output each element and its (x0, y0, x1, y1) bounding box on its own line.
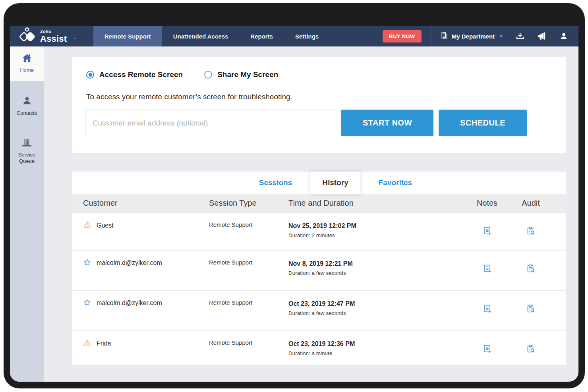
department-label: My Department (452, 33, 495, 40)
option-label: Share My Screen (217, 70, 278, 79)
option-label: Access Remote Screen (99, 70, 183, 79)
brand-company: Zoho (40, 29, 67, 34)
radio-unselected-icon[interactable] (204, 71, 212, 79)
session-duration: Duration: 2 minutes (288, 232, 465, 238)
column-header-customer: Customer (83, 199, 209, 208)
column-header-notes: Notes (465, 199, 509, 208)
customer-name: malcolm.d@zylker.com (97, 259, 162, 266)
sidebar-item-home[interactable]: Home (10, 46, 44, 81)
service-queue-icon (21, 137, 33, 149)
session-time: Oct 23, 2019 12:36 PM (288, 340, 465, 348)
department-selector[interactable]: My Department ▼ (440, 31, 503, 41)
favorite-star-icon[interactable] (83, 258, 91, 268)
start-session-panel: Access Remote Screen Share My Screen To … (72, 57, 566, 153)
customer-name: Frida (97, 340, 111, 347)
add-note-icon[interactable] (465, 331, 509, 353)
session-type: Remote Support (209, 213, 288, 228)
session-duration: Duration: a minute (288, 350, 465, 356)
buy-now-button[interactable]: BUY NOW (383, 30, 421, 42)
column-header-audit: Audit (509, 199, 553, 208)
table-row: Guest Remote Support Nov 25, 2019 12:02 … (72, 212, 566, 250)
warning-icon (83, 338, 91, 348)
session-duration: Duration: a few seconds (288, 270, 465, 276)
start-now-button[interactable]: START NOW (341, 110, 433, 136)
chevron-down-icon[interactable]: ⌄ (72, 35, 77, 41)
sessions-history-panel: Sessions History Favorites Customer Sess… (72, 172, 566, 365)
audit-icon[interactable] (509, 331, 553, 353)
session-duration: Duration: a few seconds (288, 310, 465, 316)
sidebar-item-label: Home (20, 67, 34, 73)
navbar-divider (431, 26, 431, 46)
sidebar-item-label: Contacts (17, 110, 37, 116)
radio-selected-icon[interactable] (86, 71, 94, 79)
option-share-my-screen[interactable]: Share My Screen (204, 70, 278, 79)
nav-tab-unattended-access[interactable]: Unattended Access (162, 26, 240, 46)
table-row: malcolm.d@zylker.com Remote Support Nov … (72, 250, 566, 290)
sidebar-item-service-queue[interactable]: Service Queue (10, 130, 44, 172)
session-mode-options: Access Remote Screen Share My Screen (86, 70, 566, 79)
nav-tab-settings[interactable]: Settings (284, 26, 330, 46)
start-session-description: To access your remote customer’s screen … (86, 93, 566, 101)
warning-icon (83, 220, 91, 230)
nav-tab-reports[interactable]: Reports (239, 26, 284, 46)
department-caret-icon: ▼ (499, 34, 503, 39)
sidebar-item-label: Service Queue (10, 152, 44, 165)
column-header-session-type: Session Type (209, 199, 288, 208)
table-row: Frida Remote Support Oct 23, 2019 12:36 … (72, 330, 566, 365)
session-time: Nov 8, 2019 12:21 PM (288, 260, 465, 267)
history-tabs: Sessions History Favorites (89, 172, 578, 194)
brand[interactable]: Zoho Assist ⌄ (10, 26, 93, 46)
add-note-icon[interactable] (465, 251, 509, 273)
add-note-icon[interactable] (465, 291, 509, 313)
tab-sessions[interactable]: Sessions (253, 172, 298, 194)
schedule-button[interactable]: SCHEDULE (439, 110, 527, 136)
announcements-megaphone-icon[interactable] (537, 31, 547, 41)
zoho-assist-logo-icon (18, 27, 36, 45)
nav-tab-remote-support[interactable]: Remote Support (93, 26, 162, 46)
session-type: Remote Support (209, 331, 288, 346)
audit-icon[interactable] (509, 251, 553, 273)
main-content: Access Remote Screen Share My Screen To … (44, 46, 578, 382)
device-frame: Zoho Assist ⌄ Remote Support Unattended … (4, 3, 585, 388)
user-profile-icon[interactable] (559, 32, 568, 41)
customer-email-input[interactable] (85, 110, 336, 136)
table-header: Customer Session Type Time and Duration … (72, 194, 566, 212)
top-navbar: Zoho Assist ⌄ Remote Support Unattended … (10, 26, 578, 46)
download-icon[interactable] (515, 31, 525, 41)
navbar-right-group: BUY NOW My Department ▼ (383, 26, 578, 46)
session-time: Oct 23, 2019 12:47 PM (288, 300, 465, 307)
contacts-icon (22, 96, 32, 108)
brand-product: Assist (40, 35, 67, 43)
customer-name: Guest (97, 222, 114, 229)
column-header-time-duration: Time and Duration (288, 199, 465, 208)
start-session-actions: START NOW SCHEDULE (85, 110, 566, 136)
left-sidebar: Home Contacts (10, 46, 44, 382)
tab-favorites[interactable]: Favorites (372, 172, 418, 194)
session-type: Remote Support (209, 291, 288, 306)
table-row: malcolm.d@zylker.com Remote Support Oct … (72, 290, 566, 330)
audit-icon[interactable] (509, 213, 553, 236)
home-icon (22, 54, 32, 65)
add-note-icon[interactable] (465, 213, 509, 236)
customer-name: malcolm.d@zylker.com (97, 299, 162, 307)
session-type: Remote Support (209, 251, 288, 266)
session-time: Nov 25, 2019 12:02 PM (288, 222, 465, 230)
favorite-star-icon[interactable] (83, 298, 91, 308)
nav-tabs: Remote Support Unattended Access Reports… (93, 26, 330, 46)
department-building-icon (440, 31, 448, 41)
option-access-remote-screen[interactable]: Access Remote Screen (86, 70, 183, 79)
audit-icon[interactable] (509, 291, 553, 313)
tab-history[interactable]: History (310, 172, 360, 194)
sidebar-item-contacts[interactable]: Contacts (10, 88, 44, 124)
app-window: Zoho Assist ⌄ Remote Support Unattended … (10, 26, 578, 382)
